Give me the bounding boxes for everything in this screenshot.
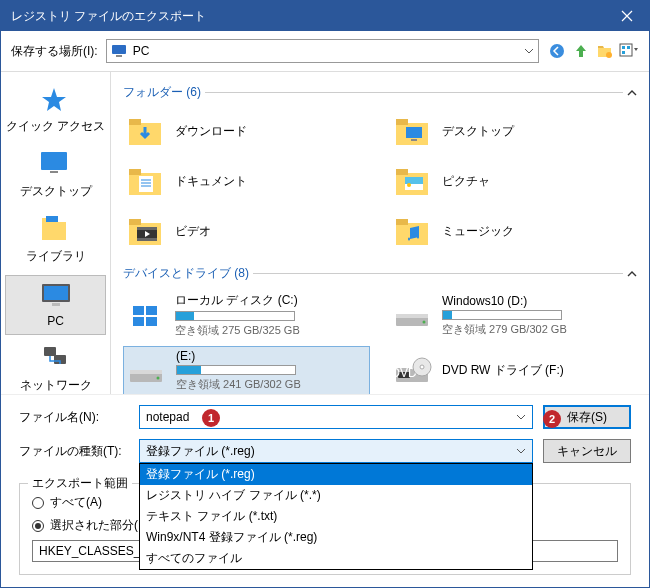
svg-rect-1 (116, 55, 122, 57)
folder-item[interactable]: デスクトップ (390, 109, 637, 153)
export-range-legend: エクスポート範囲 (28, 475, 132, 492)
location-text: PC (133, 44, 150, 58)
chevron-down-icon (516, 448, 526, 454)
svg-rect-6 (622, 46, 625, 49)
location-toolbar: 保存する場所(I): PC (1, 31, 649, 72)
svg-rect-5 (620, 44, 632, 56)
new-folder-icon[interactable] (595, 41, 615, 61)
filetype-select[interactable]: 登録ファイル (*.reg) 登録ファイル (*.reg)レジストリ ハイブ フ… (139, 439, 533, 463)
filetype-option[interactable]: すべてのファイル (140, 548, 532, 569)
folder-item[interactable]: ミュージック (390, 209, 637, 253)
folder-label: デスクトップ (442, 123, 514, 140)
svg-rect-15 (44, 286, 68, 300)
svg-point-4 (606, 52, 612, 58)
drive-label: (E:) (176, 349, 367, 363)
folder-item[interactable]: ドキュメント (123, 159, 370, 203)
location-select[interactable]: PC (106, 39, 539, 63)
svg-rect-11 (42, 222, 66, 240)
filename-input[interactable]: notepad 1 (139, 405, 533, 429)
radio-icon (32, 520, 44, 532)
filetype-option[interactable]: レジストリ ハイブ ファイル (*.*) (140, 485, 532, 506)
svg-point-50 (157, 376, 160, 379)
filename-label: ファイル名(N): (19, 409, 129, 426)
drive-item[interactable]: ローカル ディスク (C:)空き領域 275 GB/325 GB (123, 290, 370, 340)
svg-rect-16 (52, 303, 60, 306)
folder-item[interactable]: ビデオ (123, 209, 370, 253)
folder-icon (392, 111, 432, 151)
pc-icon (111, 43, 127, 59)
drives-header[interactable]: デバイスとドライブ (8) (123, 265, 637, 282)
sidebar-item-libraries[interactable]: ライブラリ (1, 210, 110, 271)
svg-rect-9 (41, 152, 67, 170)
star-icon (40, 86, 72, 114)
svg-rect-27 (139, 176, 153, 192)
svg-point-32 (407, 183, 411, 187)
annotation-badge-2: 2 (543, 410, 561, 428)
save-button[interactable]: 2 保存(S) (543, 405, 631, 429)
folder-label: ドキュメント (175, 173, 247, 190)
svg-rect-0 (112, 45, 126, 54)
folder-item[interactable]: ピクチャ (390, 159, 637, 203)
svg-point-55 (420, 365, 424, 369)
drive-icon: DVD (392, 351, 432, 391)
sidebar-item-pc[interactable]: PC (5, 275, 106, 335)
sidebar-item-desktop[interactable]: デスクトップ (1, 145, 110, 206)
up-icon[interactable] (571, 41, 591, 61)
view-menu-icon[interactable] (619, 41, 639, 61)
folder-icon (392, 161, 432, 201)
svg-rect-8 (622, 51, 625, 54)
svg-rect-42 (146, 306, 157, 315)
folder-label: ピクチャ (442, 173, 490, 190)
annotation-badge-1: 1 (202, 409, 220, 427)
drive-item[interactable]: Windows10 (D:)空き領域 279 GB/302 GB (390, 290, 637, 340)
network-icon (40, 345, 72, 373)
svg-rect-24 (411, 139, 417, 141)
sidebar-item-quick-access[interactable]: クイック アクセス (1, 80, 110, 141)
desktop-icon (40, 151, 72, 179)
drive-icon (125, 295, 165, 335)
folder-item[interactable]: ダウンロード (123, 109, 370, 153)
filetype-label: ファイルの種類(T): (19, 443, 129, 460)
drive-label: Windows10 (D:) (442, 294, 635, 308)
folder-icon (125, 111, 165, 151)
folder-icon (125, 211, 165, 251)
drive-label: ローカル ディスク (C:) (175, 292, 368, 309)
svg-rect-26 (129, 169, 141, 175)
close-button[interactable] (604, 1, 649, 31)
drive-icon (392, 295, 432, 335)
folder-label: ダウンロード (175, 123, 247, 140)
collapse-icon[interactable] (627, 90, 637, 96)
filetype-option[interactable]: テキスト ファイル (*.txt) (140, 506, 532, 527)
filetype-option[interactable]: Win9x/NT4 登録ファイル (*.reg) (140, 527, 532, 548)
radio-icon (32, 497, 44, 509)
svg-rect-49 (130, 370, 162, 374)
folders-header[interactable]: フォルダー (6) (123, 84, 637, 101)
folder-icon (125, 161, 165, 201)
cancel-button[interactable]: キャンセル (543, 439, 631, 463)
svg-rect-7 (627, 46, 630, 49)
collapse-icon[interactable] (627, 271, 637, 277)
svg-rect-10 (50, 171, 58, 173)
back-icon[interactable] (547, 41, 567, 61)
filetype-option[interactable]: 登録ファイル (*.reg) (140, 464, 532, 485)
sidebar-item-network[interactable]: ネットワーク (1, 339, 110, 394)
svg-rect-13 (46, 216, 58, 222)
svg-rect-44 (146, 317, 157, 326)
drive-item[interactable]: (E:)空き領域 241 GB/302 GB (123, 346, 370, 394)
drive-item[interactable]: DVDDVD RW ドライブ (F:) (390, 346, 637, 394)
file-view: フォルダー (6) ダウンロードデスクトップドキュメントピクチャビデオミュージッ… (111, 72, 649, 394)
folder-label: ビデオ (175, 223, 211, 240)
svg-rect-23 (406, 127, 422, 138)
chevron-down-icon (524, 48, 534, 54)
svg-point-2 (550, 44, 564, 58)
folder-label: ミュージック (442, 223, 514, 240)
svg-rect-22 (396, 119, 408, 125)
save-in-label: 保存する場所(I): (11, 43, 98, 60)
svg-rect-37 (137, 238, 157, 241)
svg-rect-29 (396, 169, 408, 175)
filetype-dropdown: 登録ファイル (*.reg)レジストリ ハイブ ファイル (*.*)テキスト フ… (139, 463, 533, 570)
places-sidebar: クイック アクセス デスクトップ ライブラリ PC ネットワーク (1, 72, 111, 394)
titlebar: レジストリ ファイルのエクスポート (1, 1, 649, 31)
svg-rect-39 (396, 219, 408, 225)
chevron-down-icon (516, 414, 526, 420)
